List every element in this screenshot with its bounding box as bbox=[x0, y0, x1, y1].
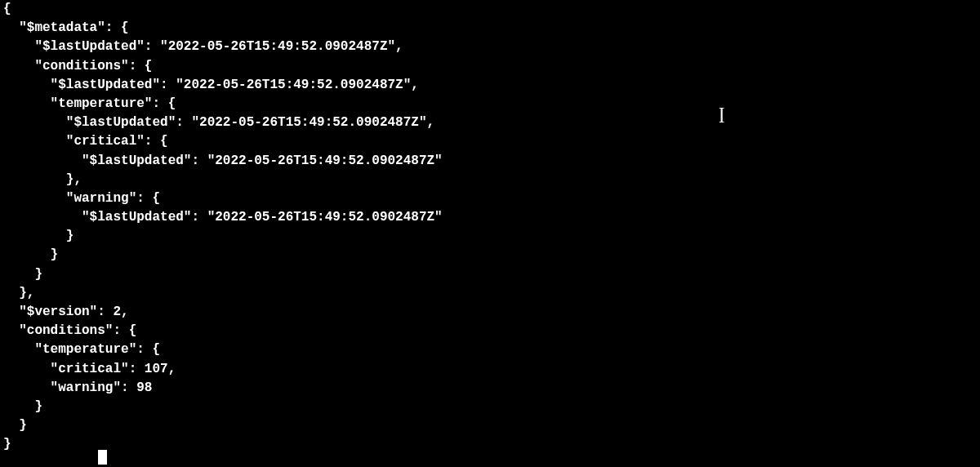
code-line: "temperature": { bbox=[3, 342, 160, 357]
code-line: }, bbox=[3, 172, 82, 187]
code-line: "$lastUpdated": "2022-05-26T15:49:52.090… bbox=[3, 39, 403, 54]
code-line: "warning": { bbox=[3, 191, 160, 206]
code-line: "temperature": { bbox=[3, 96, 176, 111]
code-line: } bbox=[3, 418, 27, 433]
json-output[interactable]: { "$metadata": { "$lastUpdated": "2022-0… bbox=[3, 0, 980, 455]
code-line: } bbox=[3, 267, 42, 282]
text-caret-icon: I bbox=[719, 100, 724, 131]
code-line: "$lastUpdated": "2022-05-26T15:49:52.090… bbox=[3, 115, 434, 130]
code-line: }, bbox=[3, 286, 34, 300]
code-line: { bbox=[3, 2, 11, 16]
code-line: } bbox=[3, 229, 74, 243]
code-line: "$lastUpdated": "2022-05-26T15:49:52.090… bbox=[3, 210, 443, 225]
code-line: } bbox=[3, 437, 11, 451]
code-line: "critical": { bbox=[3, 134, 168, 149]
code-line: "$version": 2, bbox=[3, 305, 129, 319]
terminal-cursor-icon bbox=[98, 450, 107, 465]
code-line: "warning": 98 bbox=[3, 380, 152, 395]
code-line: "conditions": { bbox=[3, 59, 152, 73]
code-line: "$metadata": { bbox=[3, 20, 129, 35]
code-line: "conditions": { bbox=[3, 323, 136, 338]
code-line: "critical": 107, bbox=[3, 362, 176, 376]
code-line: "$lastUpdated": "2022-05-26T15:49:52.090… bbox=[3, 153, 443, 168]
code-line: "$lastUpdated": "2022-05-26T15:49:52.090… bbox=[3, 78, 419, 92]
code-line: } bbox=[3, 399, 42, 414]
code-line: } bbox=[3, 247, 58, 262]
